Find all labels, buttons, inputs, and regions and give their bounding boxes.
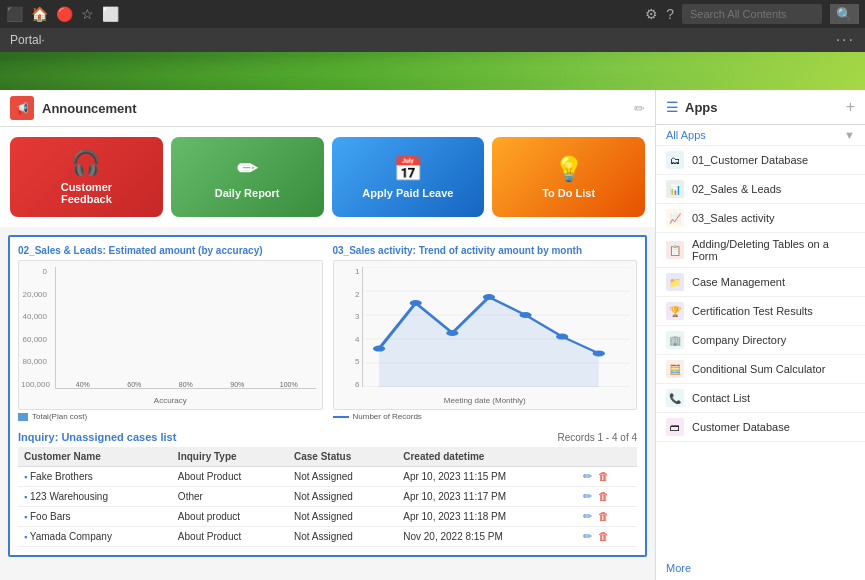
star-icon[interactable]: ☆ xyxy=(81,6,94,22)
apps-header: ☰ Apps + xyxy=(656,90,865,125)
tile-customer-feedback[interactable]: 🎧 CustomerFeedback xyxy=(10,137,163,217)
announcement-bar: 📢 Announcement ✏ xyxy=(0,90,655,127)
inquiry-header: Inquiry: Unassigned cases list Records 1… xyxy=(18,431,637,443)
svg-point-13 xyxy=(556,334,568,340)
window-icon[interactable]: ⬜ xyxy=(102,6,119,22)
app-item-04[interactable]: 📋 Adding/Deleting Tables on a Form xyxy=(656,233,865,268)
right-panel: ☰ Apps + All Apps ▼ 🗂 01_Customer Databa… xyxy=(655,90,865,580)
col-inquiry-type: Inquiry Type xyxy=(172,447,288,467)
more-options-button[interactable]: ··· xyxy=(836,31,855,49)
svg-marker-7 xyxy=(379,297,599,387)
app-icon-04: 📋 xyxy=(666,241,684,259)
cell-type: About Product xyxy=(172,467,288,487)
bar-chart-x-title: Accuracy xyxy=(19,396,322,405)
tile-icon-todo: 💡 xyxy=(554,155,584,183)
edit-button[interactable]: ✏ xyxy=(583,510,592,522)
apps-more-button[interactable]: More xyxy=(656,556,865,580)
apps-filter[interactable]: All Apps ▼ xyxy=(656,125,865,146)
bar-chart-box: 02_Sales & Leads: Estimated amount (by a… xyxy=(18,245,323,421)
dashboard: 02_Sales & Leads: Estimated amount (by a… xyxy=(8,235,647,557)
table-row: ▪ Yamada Company About Product Not Assig… xyxy=(18,527,637,547)
tile-label-todo: To Do List xyxy=(542,187,595,199)
app-item-10[interactable]: 🗃 Customer Database xyxy=(656,413,865,442)
app-name-09: Contact List xyxy=(692,392,750,404)
house-icon[interactable]: 🏠 xyxy=(31,6,48,22)
bar-group-80: 80% xyxy=(163,380,209,388)
app-icon-05: 📁 xyxy=(666,273,684,291)
cell-type: About Product xyxy=(172,527,288,547)
announcement-edit-button[interactable]: ✏ xyxy=(634,101,645,116)
cell-name: ▪ Foo Bars xyxy=(18,507,172,527)
delete-button[interactable]: 🗑 xyxy=(598,470,609,482)
edit-button[interactable]: ✏ xyxy=(583,530,592,542)
cell-actions: ✏ 🗑 xyxy=(574,507,637,527)
delete-button[interactable]: 🗑 xyxy=(598,530,609,542)
home-icon[interactable]: ⬛ xyxy=(6,6,23,22)
y-label-3: 40,000 xyxy=(21,312,47,321)
app-tiles: 🎧 CustomerFeedback ✏ Daily Report 📅 Appl… xyxy=(0,127,655,227)
row-icon: ▪ xyxy=(24,492,27,502)
row-icon: ▪ xyxy=(24,512,27,522)
app-item-07[interactable]: 🏢 Company Directory xyxy=(656,326,865,355)
announce-icon: 📢 xyxy=(10,96,34,120)
bar-group-40: 40% xyxy=(60,380,106,388)
y-label-0: 100,000 xyxy=(21,380,47,389)
y-label-5: 0 xyxy=(21,267,47,276)
tile-icon-report: ✏ xyxy=(237,155,257,183)
col-created-datetime: Created datetime xyxy=(397,447,574,467)
row-icon: ▪ xyxy=(24,472,27,482)
svg-point-10 xyxy=(446,330,458,336)
notification-icon[interactable]: 🔴 xyxy=(56,6,73,22)
bar-label-90: 90% xyxy=(230,381,244,388)
cell-name: ▪ Fake Brothers xyxy=(18,467,172,487)
bar-chart-y-labels: 100,000 80,000 60,000 40,000 20,000 0 xyxy=(21,267,51,389)
bar-label-60: 60% xyxy=(127,381,141,388)
col-customer-name: Customer Name xyxy=(18,447,172,467)
svg-point-8 xyxy=(372,346,384,352)
app-item-01[interactable]: 🗂 01_Customer Database xyxy=(656,146,865,175)
table-row: ▪ 123 Warehousing Other Not Assigned Apr… xyxy=(18,487,637,507)
bar-label-80: 80% xyxy=(179,381,193,388)
lc-y-4: 4 xyxy=(336,335,360,344)
delete-button[interactable]: 🗑 xyxy=(598,510,609,522)
cell-actions: ✏ 🗑 xyxy=(574,467,637,487)
search-button[interactable]: 🔍 xyxy=(830,4,859,24)
edit-button[interactable]: ✏ xyxy=(583,490,592,502)
legend-box xyxy=(18,413,28,421)
cell-status: Not Assigned xyxy=(288,467,397,487)
lc-y-1: 1 xyxy=(336,267,360,276)
svg-point-11 xyxy=(482,294,494,300)
app-item-03[interactable]: 📈 03_Sales activity xyxy=(656,204,865,233)
tile-label-leave: Apply Paid Leave xyxy=(362,187,453,199)
delete-button[interactable]: 🗑 xyxy=(598,490,609,502)
app-item-08[interactable]: 🧮 Conditional Sum Calculator xyxy=(656,355,865,384)
bar-group-100: 100% xyxy=(266,380,312,388)
app-item-05[interactable]: 📁 Case Management xyxy=(656,268,865,297)
col-actions xyxy=(574,447,637,467)
inquiry-count: Records 1 - 4 of 4 xyxy=(558,432,637,443)
portal-title[interactable]: Portal· xyxy=(10,33,45,47)
settings-icon[interactable]: ⚙ xyxy=(645,6,658,22)
cell-actions: ✏ 🗑 xyxy=(574,487,637,507)
tile-label-feedback: CustomerFeedback xyxy=(61,181,112,205)
app-icon-01: 🗂 xyxy=(666,151,684,169)
app-name-02: 02_Sales & Leads xyxy=(692,183,781,195)
app-item-02[interactable]: 📊 02_Sales & Leads xyxy=(656,175,865,204)
tile-todo-list[interactable]: 💡 To Do List xyxy=(492,137,645,217)
apps-title: Apps xyxy=(685,100,840,115)
edit-button[interactable]: ✏ xyxy=(583,470,592,482)
app-icon-07: 🏢 xyxy=(666,331,684,349)
cell-datetime: Nov 20, 2022 8:15 PM xyxy=(397,527,574,547)
app-name-07: Company Directory xyxy=(692,334,786,346)
help-icon[interactable]: ? xyxy=(666,6,674,22)
app-item-09[interactable]: 📞 Contact List xyxy=(656,384,865,413)
app-item-06[interactable]: 🏆 Certification Test Results xyxy=(656,297,865,326)
search-input[interactable] xyxy=(682,4,822,24)
app-icon-10: 🗃 xyxy=(666,418,684,436)
charts-row: 02_Sales & Leads: Estimated amount (by a… xyxy=(18,245,637,421)
app-name-10: Customer Database xyxy=(692,421,790,433)
tile-daily-report[interactable]: ✏ Daily Report xyxy=(171,137,324,217)
apps-add-button[interactable]: + xyxy=(846,98,855,116)
tile-apply-paid-leave[interactable]: 📅 Apply Paid Leave xyxy=(332,137,485,217)
bar-chart: 100,000 80,000 60,000 40,000 20,000 0 xyxy=(19,261,322,409)
